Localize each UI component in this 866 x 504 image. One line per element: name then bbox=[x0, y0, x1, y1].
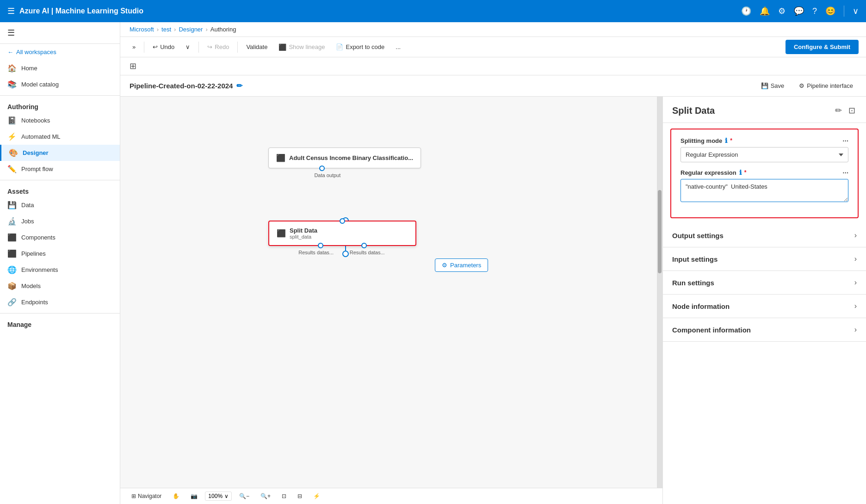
feedback-icon[interactable]: 💬 bbox=[794, 6, 804, 16]
zoom-out-button[interactable]: 🔍− bbox=[235, 491, 253, 501]
undo-icon: ↩ bbox=[153, 43, 158, 50]
sidebar-item-label: Model catalog bbox=[21, 81, 59, 88]
sidebar-item-label: Components bbox=[21, 234, 56, 241]
redo-button[interactable]: ↪ Redo bbox=[203, 41, 234, 53]
sidebar-item-jobs[interactable]: 🔬 Jobs bbox=[0, 213, 120, 229]
toolbar: » ↩ Undo ∨ ↪ Redo Validate ⬛ Show lineag… bbox=[120, 37, 866, 57]
input-port[interactable] bbox=[340, 218, 345, 224]
node-header: ⬛ Adult Census Income Binary Classificat… bbox=[276, 154, 413, 162]
sidebar-item-models[interactable]: 📦 Models bbox=[0, 278, 120, 294]
splitting-mode-select[interactable]: Regular Expression Split Rows Stratified… bbox=[680, 147, 848, 162]
layout-icon[interactable]: ⊞ bbox=[128, 59, 138, 73]
sidebar-item-endpoints[interactable]: 🔗 Endpoints bbox=[0, 294, 120, 310]
right-panel-title: Split Data bbox=[672, 105, 715, 116]
show-lineage-button[interactable]: ⬛ Show lineage bbox=[274, 41, 329, 53]
breadcrumb-test[interactable]: test bbox=[161, 26, 171, 33]
minimap-button[interactable]: ⊟ bbox=[294, 491, 306, 501]
component-information-header[interactable]: Component information › bbox=[663, 318, 866, 341]
sidebar-item-environments[interactable]: 🌐 Environments bbox=[0, 262, 120, 278]
user-icon[interactable]: 😊 bbox=[825, 6, 835, 16]
sidebar: ☰ ← All workspaces 🏠 Home 📚 Model catalo… bbox=[0, 22, 120, 504]
navigator-button[interactable]: ⊞ Navigator bbox=[128, 491, 165, 501]
sidebar-item-label: Pipelines bbox=[21, 250, 46, 257]
output-port-right[interactable] bbox=[361, 243, 367, 248]
more-options-icon[interactable]: ⋯ bbox=[842, 169, 848, 176]
divider2 bbox=[0, 180, 120, 180]
screenshot-button[interactable]: 📷 bbox=[187, 491, 201, 501]
auto-layout-button[interactable]: ⚡ bbox=[309, 491, 324, 501]
divider3 bbox=[0, 313, 120, 313]
output-settings-header[interactable]: Output settings › bbox=[663, 224, 866, 247]
sidebar-top: ☰ bbox=[0, 22, 120, 44]
canvas-scrollbar[interactable] bbox=[657, 97, 662, 488]
gear-icon[interactable]: ⚙ bbox=[778, 6, 786, 16]
edit-icon[interactable]: ✏ bbox=[834, 104, 843, 117]
lineage-icon: ⬛ bbox=[278, 43, 286, 51]
export-button[interactable]: 📄 Export to code bbox=[331, 41, 389, 53]
sidebar-item-home[interactable]: 🏠 Home bbox=[0, 60, 120, 76]
validate-button[interactable]: Validate bbox=[241, 41, 272, 53]
toolbar-sep3 bbox=[237, 42, 238, 53]
undo-dropdown-button[interactable]: ∨ bbox=[181, 41, 195, 53]
menu-icon[interactable]: ☰ bbox=[7, 28, 15, 38]
endpoints-icon: 🔗 bbox=[7, 298, 17, 307]
sidebar-item-notebooks[interactable]: 📓 Notebooks bbox=[0, 112, 120, 129]
sidebar-item-label: Prompt flow bbox=[21, 166, 53, 172]
right-panel-header: Split Data ✏ ⊡ bbox=[663, 97, 866, 123]
clock-icon[interactable]: 🕐 bbox=[741, 6, 751, 16]
more-options-icon[interactable]: ⋯ bbox=[842, 137, 848, 144]
input-settings-header[interactable]: Input settings › bbox=[663, 247, 866, 270]
sidebar-item-model-catalog[interactable]: 📚 Model catalog bbox=[0, 76, 120, 92]
accordion-title: Input settings bbox=[672, 255, 718, 263]
zoom-in-button[interactable]: 🔍+ bbox=[257, 491, 274, 501]
split-data-node[interactable]: ⬛ Split Data split_data Results datas...… bbox=[268, 221, 416, 246]
info-icon[interactable]: ℹ bbox=[739, 169, 742, 176]
main-layout: ☰ ← All workspaces 🏠 Home 📚 Model catalo… bbox=[0, 22, 866, 504]
edit-icon[interactable]: ✏ bbox=[236, 81, 242, 90]
chevron-down-icon: ∨ bbox=[186, 43, 190, 50]
sidebar-item-pipelines[interactable]: ⬛ Pipelines bbox=[0, 246, 120, 262]
chevron-right-icon: › bbox=[854, 278, 857, 287]
undo-button[interactable]: ↩ Undo bbox=[148, 41, 179, 53]
breadcrumb-microsoft[interactable]: Microsoft bbox=[130, 26, 154, 33]
sidebar-item-components[interactable]: ⬛ Components bbox=[0, 229, 120, 246]
more-options-button[interactable]: ... bbox=[391, 41, 405, 53]
zoom-control[interactable]: 100% ∨ bbox=[205, 492, 232, 501]
pipeline-interface-button[interactable]: ⚙ Pipeline interface bbox=[795, 80, 857, 92]
canvas[interactable]: ⬛ Adult Census Income Binary Classificat… bbox=[120, 97, 662, 488]
regular-expression-input[interactable]: "native-country" United-States bbox=[680, 179, 848, 202]
sidebar-item-automated-ml[interactable]: ⚡ Automated ML bbox=[0, 129, 120, 145]
sidebar-item-label: Endpoints bbox=[21, 299, 48, 306]
hamburger-icon[interactable]: ☰ bbox=[7, 6, 15, 16]
authoring-section-label: Authoring bbox=[0, 98, 120, 112]
back-button[interactable]: ← All workspaces bbox=[0, 44, 120, 60]
sidebar-item-data[interactable]: 💾 Data bbox=[0, 197, 120, 213]
more-button[interactable]: » bbox=[128, 41, 140, 53]
node-header: ⬛ Split Data split_data bbox=[277, 227, 408, 240]
minimap-icon: ⊟ bbox=[297, 493, 302, 499]
bell-icon[interactable]: 🔔 bbox=[760, 6, 770, 16]
output-port-left[interactable] bbox=[318, 243, 323, 248]
expand-icon[interactable]: ∨ bbox=[853, 6, 859, 16]
run-settings-header[interactable]: Run settings › bbox=[663, 271, 866, 294]
dataset-node[interactable]: ⬛ Adult Census Income Binary Classificat… bbox=[268, 148, 421, 168]
toolbar-sep2 bbox=[198, 42, 199, 53]
sidebar-item-prompt-flow[interactable]: ✏️ Prompt flow bbox=[0, 161, 120, 177]
parameters-button[interactable]: ⚙ Parameters bbox=[435, 258, 488, 272]
breadcrumb-designer[interactable]: Designer bbox=[179, 26, 203, 33]
hand-tool-button[interactable]: ✋ bbox=[169, 491, 183, 501]
accordion-title: Run settings bbox=[672, 279, 714, 287]
expand-icon[interactable]: ⊡ bbox=[847, 104, 857, 117]
canvas-scrollbar-thumb[interactable] bbox=[658, 190, 662, 273]
sidebar-item-designer[interactable]: 🎨 Designer bbox=[0, 145, 120, 161]
zoom-out-icon: 🔍− bbox=[239, 493, 249, 499]
regular-expression-label: Regular expression ℹ * ⋯ bbox=[680, 169, 848, 176]
configure-submit-button[interactable]: Configure & Submit bbox=[786, 40, 859, 54]
output-port[interactable] bbox=[319, 166, 325, 171]
fit-screen-button[interactable]: ⊡ bbox=[278, 491, 290, 501]
node-information-header[interactable]: Node information › bbox=[663, 295, 866, 318]
save-button[interactable]: 💾 Save bbox=[757, 80, 788, 92]
auto-layout-icon: ⚡ bbox=[313, 493, 320, 499]
help-icon[interactable]: ? bbox=[812, 6, 817, 16]
info-icon[interactable]: ℹ bbox=[725, 137, 727, 144]
